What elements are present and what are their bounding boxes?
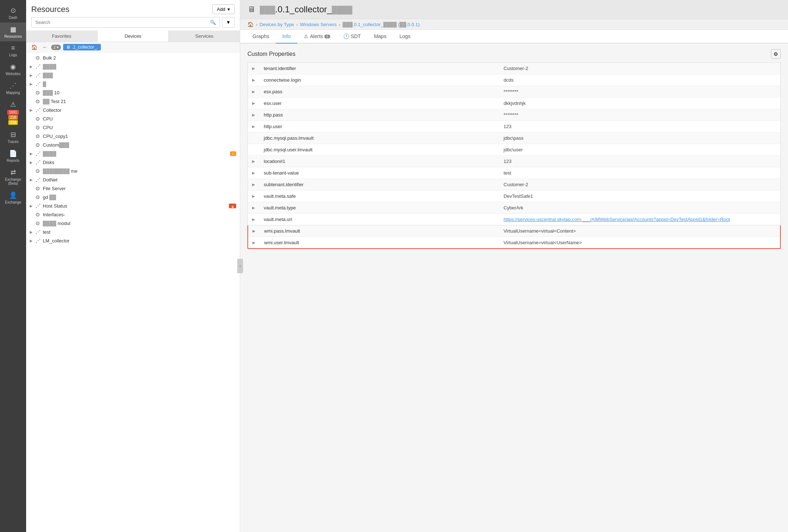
nav-item-reports[interactable]: 📄 Reports xyxy=(0,147,26,165)
tree-item-test[interactable]: ▶ ⋰ test xyxy=(26,228,240,236)
prop-row-http-user: ▶ http.user 123 xyxy=(248,121,781,132)
tree-item-cpu2[interactable]: ⊙ CPU xyxy=(26,123,240,132)
logs-icon: ≡ xyxy=(11,44,15,52)
expand-icon: ▶ xyxy=(30,230,36,234)
tree-item-collector[interactable]: ▶ ⋰ Collector xyxy=(26,106,240,114)
nav-item-alerts[interactable]: ⚠ 1691 218 339 xyxy=(0,98,26,128)
group-icon: ⋰ xyxy=(36,177,43,183)
tab-favorites[interactable]: Favorites xyxy=(26,30,98,42)
breadcrumb-devices-by-type[interactable]: Devices by Type xyxy=(259,22,294,27)
tab-logs[interactable]: Logs xyxy=(393,30,417,44)
breadcrumb-current[interactable]: ███.0.1_collector_████ (██.0.0.1) xyxy=(342,22,419,27)
tree-item-fileserver[interactable]: ⊙ File Server xyxy=(26,184,240,193)
tree-item-dotme[interactable]: ⊙ ████████ me xyxy=(26,167,240,175)
tree-item-disks[interactable]: ▶ ⋰ Disks xyxy=(26,158,240,167)
prop-key: jdbc.mysql.user.lmvault xyxy=(259,144,499,156)
warn-badge: ⚠ xyxy=(230,151,236,156)
tree-item-group4[interactable]: ▶ ⋰ ████ ⚠ xyxy=(26,149,240,158)
row-expand-arrow[interactable]: ▶ xyxy=(248,237,260,249)
prop-value: ******** xyxy=(499,109,780,121)
row-expand-arrow[interactable]: ▶ xyxy=(248,63,260,74)
prop-row-http-pass: ▶ http.pass ******** xyxy=(248,109,781,121)
prop-value: jdbc\pass xyxy=(499,132,780,144)
tree-item-cpu1[interactable]: ⊙ CPU xyxy=(26,114,240,123)
row-expand-arrow[interactable]: ▶ xyxy=(248,121,260,132)
tab-info[interactable]: Info xyxy=(276,30,297,44)
group-icon: ⋰ xyxy=(36,203,43,209)
row-expand-arrow[interactable]: ▶ xyxy=(248,214,260,225)
nav-item-dash[interactable]: ⊙ Dash xyxy=(0,4,26,22)
alert-badge-yellow: 339 xyxy=(8,120,18,125)
prop-value: https://services-uscentral.skytap.com:__… xyxy=(499,214,780,225)
tab-maps[interactable]: Maps xyxy=(368,30,393,44)
group-icon: ⋰ xyxy=(36,159,43,165)
tree-item-lmcollector[interactable]: ▶ ⋰ LM_collector xyxy=(26,236,240,245)
row-expand-arrow[interactable]: ▶ xyxy=(248,156,260,167)
tree-item-cpu-copy1[interactable]: ⊙ CPU_copy1 xyxy=(26,132,240,140)
row-expand-arrow[interactable]: ▶ xyxy=(248,98,260,109)
prop-key: vault.meta.type xyxy=(259,202,499,214)
tree-item-10[interactable]: ⊙ ███ 10 xyxy=(26,88,240,97)
row-expand-arrow[interactable]: ▶ xyxy=(248,191,260,202)
vault-url-link[interactable]: https://services-uscentral.skytap.com:__… xyxy=(504,217,730,222)
tree-item-modul[interactable]: ⊙ ████ modul xyxy=(26,219,240,228)
device-tabs: Graphs Info ⚠ Alerts 6 🕐 SDT Maps Logs xyxy=(240,30,788,44)
highlighted-properties-box: ▶ wmi.pass.lmvault VirtualUsername=virtu… xyxy=(247,225,781,249)
row-expand-arrow[interactable]: ▶ xyxy=(248,86,260,98)
item-label: gd ██ xyxy=(43,195,236,200)
tree-item-bulk[interactable]: ⊙ Bulk 2 xyxy=(26,53,240,62)
tab-graphs[interactable]: Graphs xyxy=(246,30,276,44)
tree-item-gd[interactable]: ⊙ gd ██ xyxy=(26,193,240,201)
device-title: ███.0.1_collector_████ xyxy=(260,4,352,15)
nav-item-mapping[interactable]: ⋰ Mapping xyxy=(0,79,26,98)
dash-icon: ⊙ xyxy=(11,7,16,15)
back-button[interactable]: ← xyxy=(41,44,49,51)
device-icon: ⊙ xyxy=(36,55,43,61)
tree-item-group2[interactable]: ▶ ⋰ ███ xyxy=(26,71,240,79)
collapse-toggle[interactable]: ‹ xyxy=(237,259,243,273)
nav-item-resources[interactable]: ▦ Resources xyxy=(0,22,26,41)
nav-item-exchange[interactable]: 👤 Exchange xyxy=(0,188,26,207)
home-button[interactable]: 🏠 xyxy=(30,44,39,51)
item-label: DotNet xyxy=(43,177,236,183)
home-icon[interactable]: 🏠 xyxy=(247,21,254,27)
row-expand-arrow[interactable]: ▶ xyxy=(248,109,260,121)
device-icon: ⊙ xyxy=(36,185,43,191)
tree-item-test21[interactable]: ⊙ ██ Test 21 xyxy=(26,97,240,106)
tab-sdt[interactable]: 🕐 SDT xyxy=(337,30,368,44)
nav-item-logs[interactable]: ≡ Logs xyxy=(0,41,26,60)
tree-item-hoststatus[interactable]: ▶ ⋰ Host Status 🔥 xyxy=(26,201,240,210)
row-expand-arrow[interactable]: ▶ xyxy=(248,225,260,237)
breadcrumb-chip: 🖥 .1_collector_. xyxy=(63,44,100,50)
tree-item-group1[interactable]: ▶ ⋰ ████ xyxy=(26,62,240,71)
prop-row-wmi-user: ▶ wmi.user.lmvault VirtualUsername=virtu… xyxy=(248,237,780,249)
sidebar-tabs: Favorites Devices Services xyxy=(26,30,240,42)
nav-item-traces[interactable]: ⊟ Traces xyxy=(0,128,26,147)
filter-button[interactable]: ▼ xyxy=(222,17,235,28)
reports-icon: 📄 xyxy=(9,150,17,157)
search-box[interactable]: 🔍 xyxy=(31,17,220,28)
tree-item-interfaces[interactable]: ⊙ Interfaces- xyxy=(26,210,240,219)
settings-button[interactable]: ⚙ xyxy=(771,49,781,59)
prop-value: CyberArk xyxy=(499,202,780,214)
tree-item-dotnet[interactable]: ▶ ⋰ DotNet xyxy=(26,175,240,184)
row-expand-arrow[interactable]: ▶ xyxy=(248,74,260,86)
tab-services[interactable]: Services xyxy=(169,30,240,42)
sdt-tab-icon: 🕐 xyxy=(343,33,349,39)
tree-item-group3[interactable]: ▶ ⋰ █ xyxy=(26,79,240,88)
group-icon: ⋰ xyxy=(36,72,43,78)
alert-badge-red: 1691 xyxy=(7,110,19,115)
row-expand-arrow[interactable]: ▶ xyxy=(248,202,260,214)
search-input[interactable] xyxy=(35,20,210,25)
row-expand-arrow[interactable]: ▶ xyxy=(248,179,260,191)
tab-alerts[interactable]: ⚠ Alerts 6 xyxy=(297,30,336,44)
add-button[interactable]: Add ▾ xyxy=(212,4,235,14)
computer-icon: 🖥 xyxy=(66,45,70,50)
nav-item-websites[interactable]: ◉ Websites xyxy=(0,60,26,79)
tab-devices[interactable]: Devices xyxy=(98,30,169,42)
nav-item-exchange-beta[interactable]: ⇄ Exchange(Beta) xyxy=(0,165,26,188)
breadcrumb-windows-servers[interactable]: Windows Servers xyxy=(300,22,337,27)
tree-item-custom[interactable]: ⊙ Custom███ xyxy=(26,140,240,149)
row-expand-arrow xyxy=(248,132,260,144)
row-expand-arrow[interactable]: ▶ xyxy=(248,167,260,179)
